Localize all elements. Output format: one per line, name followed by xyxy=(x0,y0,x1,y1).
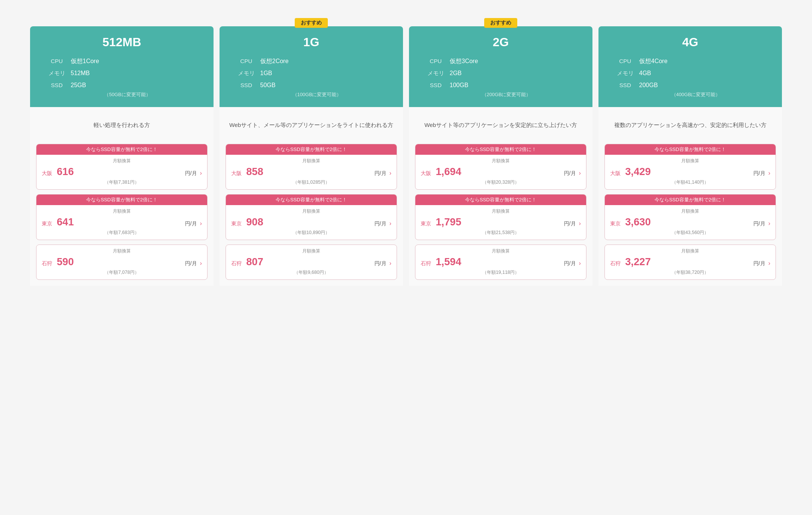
monthly-label-2g-1: 月額換算 xyxy=(421,208,581,214)
region-label-1g-1: 東京 xyxy=(231,220,243,227)
price-inner-4g-1: 月額換算東京3,630円/月›（年額43,560円） xyxy=(605,205,776,240)
region-label-1g-2: 石狩 xyxy=(231,260,243,267)
plans-container: 512MBCPU仮想1Coreメモリ512MBSSD25GB（50GBに変更可能… xyxy=(30,15,782,286)
price-row-512mb-2[interactable]: 石狩590円/月› xyxy=(42,256,202,268)
spec-ssd-note-512mb: （50GBに変更可能） xyxy=(36,90,208,100)
arrow-icon-4g-1[interactable]: › xyxy=(768,220,770,227)
price-row-512mb-1[interactable]: 東京641円/月› xyxy=(42,216,202,228)
price-row-2g-1[interactable]: 東京1,795円/月› xyxy=(421,216,581,228)
arrow-icon-512mb-1[interactable]: › xyxy=(200,220,202,227)
price-unit-512mb-2: 円/月 xyxy=(185,260,197,267)
price-amount-2g-2: 1,594 xyxy=(436,256,561,268)
plan-col-512mb: 512MBCPU仮想1Coreメモリ512MBSSD25GB（50GBに変更可能… xyxy=(30,26,214,286)
spec-mem-value: 4GB xyxy=(639,67,651,79)
price-card-2g-0[interactable]: 今ならSSD容量が無料で2倍に！月額換算大阪1,694円/月›（年額20,328… xyxy=(415,144,586,190)
spec-ssd-value: 100GB xyxy=(450,79,468,91)
price-card-4g-0[interactable]: 今ならSSD容量が無料で2倍に！月額換算大阪3,429円/月›（年額41,140… xyxy=(604,144,776,190)
price-card-2g-2[interactable]: 月額換算石狩1,594円/月›（年額19,118円） xyxy=(415,245,586,280)
price-card-2g-1[interactable]: 今ならSSD容量が無料で2倍に！月額換算東京1,795円/月›（年額21,538… xyxy=(415,194,586,240)
plan-wrapper-2g: おすすめ2GCPU仮想3Coreメモリ2GBSSD100GB（200GBに変更可… xyxy=(409,26,592,286)
annual-note-512mb-2: （年額7,078円） xyxy=(42,269,202,276)
price-card-512mb-0[interactable]: 今ならSSD容量が無料で2倍に！月額換算大阪616円/月›（年額7,381円） xyxy=(36,144,208,190)
region-label-512mb-1: 東京 xyxy=(42,220,54,227)
spec-cpu-value: 仮想2Core xyxy=(260,55,289,67)
price-row-512mb-0[interactable]: 大阪616円/月› xyxy=(42,166,202,178)
annual-note-1g-0: （年額1,0285円） xyxy=(231,179,391,186)
arrow-icon-1g-1[interactable]: › xyxy=(389,220,391,227)
region-label-2g-0: 大阪 xyxy=(421,170,433,177)
price-card-1g-2[interactable]: 月額換算石狩807円/月›（年額9,680円） xyxy=(226,245,397,280)
spec-mem-label: メモリ xyxy=(616,68,635,79)
price-card-1g-0[interactable]: 今ならSSD容量が無料で2倍に！月額換算大阪858円/月›（年額1,0285円） xyxy=(226,144,397,190)
price-row-4g-0[interactable]: 大阪3,429円/月› xyxy=(610,166,770,178)
annual-note-512mb-1: （年額7,683円） xyxy=(42,230,202,236)
spec-cpu-value: 仮想1Core xyxy=(71,55,99,67)
spec-mem-label: メモリ xyxy=(426,68,445,79)
arrow-icon-2g-1[interactable]: › xyxy=(579,220,581,227)
annual-note-1g-1: （年額10,890円） xyxy=(231,230,391,236)
price-inner-512mb-1: 月額換算東京641円/月›（年額7,683円） xyxy=(36,205,207,240)
price-cards-4g: 今ならSSD容量が無料で2倍に！月額換算大阪3,429円/月›（年額41,140… xyxy=(598,141,782,286)
price-amount-2g-0: 1,694 xyxy=(436,166,561,178)
spec-ssd-label: SSD xyxy=(616,80,635,91)
plan-description-1g: Webサイト、メール等のアプリケーションをライトに使われる方 xyxy=(220,107,403,141)
price-row-1g-1[interactable]: 東京908円/月› xyxy=(231,216,391,228)
spec-ssd-note-2g: （200GBに変更可能） xyxy=(415,90,586,100)
spec-cpu-label: CPU xyxy=(616,56,635,67)
price-row-2g-0[interactable]: 大阪1,694円/月› xyxy=(421,166,581,178)
price-card-1g-1[interactable]: 今ならSSD容量が無料で2倍に！月額換算東京908円/月›（年額10,890円） xyxy=(226,194,397,240)
arrow-icon-512mb-0[interactable]: › xyxy=(200,170,202,177)
price-banner-1g-1: 今ならSSD容量が無料で2倍に！ xyxy=(226,195,397,205)
osusume-badge-2g: おすすめ xyxy=(484,18,517,28)
spec-cpu-row-2g: CPU仮想3Core xyxy=(415,55,586,67)
spec-mem-row-2g: メモリ2GB xyxy=(415,67,586,79)
price-unit-2g-0: 円/月 xyxy=(564,170,576,177)
price-cards-512mb: 今ならSSD容量が無料で2倍に！月額換算大阪616円/月›（年額7,381円）今… xyxy=(30,141,214,286)
arrow-icon-512mb-2[interactable]: › xyxy=(200,260,202,267)
price-row-1g-0[interactable]: 大阪858円/月› xyxy=(231,166,391,178)
price-banner-4g-0: 今ならSSD容量が無料で2倍に！ xyxy=(605,144,776,155)
price-banner-512mb-0: 今ならSSD容量が無料で2倍に！ xyxy=(36,144,207,155)
price-card-4g-1[interactable]: 今ならSSD容量が無料で2倍に！月額換算東京3,630円/月›（年額43,560… xyxy=(604,194,776,240)
spec-ssd-value: 50GB xyxy=(260,79,276,91)
spec-mem-row-512mb: メモリ512MB xyxy=(36,67,208,79)
spec-ssd-label: SSD xyxy=(237,80,256,91)
price-amount-1g-0: 858 xyxy=(246,166,371,178)
price-row-4g-1[interactable]: 東京3,630円/月› xyxy=(610,216,770,228)
plan-specs-2g: CPU仮想3Coreメモリ2GBSSD100GB（200GBに変更可能） xyxy=(415,55,586,100)
price-unit-512mb-0: 円/月 xyxy=(185,170,197,177)
arrow-icon-1g-0[interactable]: › xyxy=(389,170,391,177)
arrow-icon-2g-2[interactable]: › xyxy=(579,260,581,267)
arrow-icon-4g-2[interactable]: › xyxy=(768,260,770,267)
price-row-1g-2[interactable]: 石狩807円/月› xyxy=(231,256,391,268)
region-label-512mb-0: 大阪 xyxy=(42,170,54,177)
plan-title-1g: 1G xyxy=(226,35,397,49)
price-unit-4g-1: 円/月 xyxy=(753,220,765,227)
annual-note-4g-2: （年額38,720円） xyxy=(610,269,770,276)
annual-note-2g-0: （年額20,328円） xyxy=(421,179,581,186)
price-row-4g-2[interactable]: 石狩3,227円/月› xyxy=(610,256,770,268)
spec-ssd-label: SSD xyxy=(47,80,66,91)
price-unit-2g-1: 円/月 xyxy=(564,220,576,227)
plan-title-4g: 4G xyxy=(604,35,776,49)
plan-col-1g: 1GCPU仮想2Coreメモリ1GBSSD50GB（100GBに変更可能）Web… xyxy=(220,26,403,286)
plan-wrapper-4g: 4GCPU仮想4Coreメモリ4GBSSD200GB（400GBに変更可能）複数… xyxy=(598,26,782,286)
monthly-label-1g-0: 月額換算 xyxy=(231,158,391,164)
price-amount-2g-1: 1,795 xyxy=(436,216,561,228)
arrow-icon-4g-0[interactable]: › xyxy=(768,170,770,177)
price-card-4g-2[interactable]: 月額換算石狩3,227円/月›（年額38,720円） xyxy=(604,245,776,280)
price-unit-1g-0: 円/月 xyxy=(374,170,386,177)
spec-cpu-row-1g: CPU仮想2Core xyxy=(226,55,397,67)
price-card-512mb-2[interactable]: 月額換算石狩590円/月›（年額7,078円） xyxy=(36,245,208,280)
price-cards-2g: 今ならSSD容量が無料で2倍に！月額換算大阪1,694円/月›（年額20,328… xyxy=(409,141,592,286)
spec-cpu-value: 仮想3Core xyxy=(450,55,478,67)
price-row-2g-2[interactable]: 石狩1,594円/月› xyxy=(421,256,581,268)
spec-mem-label: メモリ xyxy=(237,68,256,79)
price-amount-4g-0: 3,429 xyxy=(625,166,750,178)
spec-mem-row-1g: メモリ1GB xyxy=(226,67,397,79)
price-amount-1g-1: 908 xyxy=(246,216,371,228)
arrow-icon-2g-0[interactable]: › xyxy=(579,170,581,177)
arrow-icon-1g-2[interactable]: › xyxy=(389,260,391,267)
price-card-512mb-1[interactable]: 今ならSSD容量が無料で2倍に！月額換算東京641円/月›（年額7,683円） xyxy=(36,194,208,240)
spec-cpu-row-4g: CPU仮想4Core xyxy=(604,55,776,67)
